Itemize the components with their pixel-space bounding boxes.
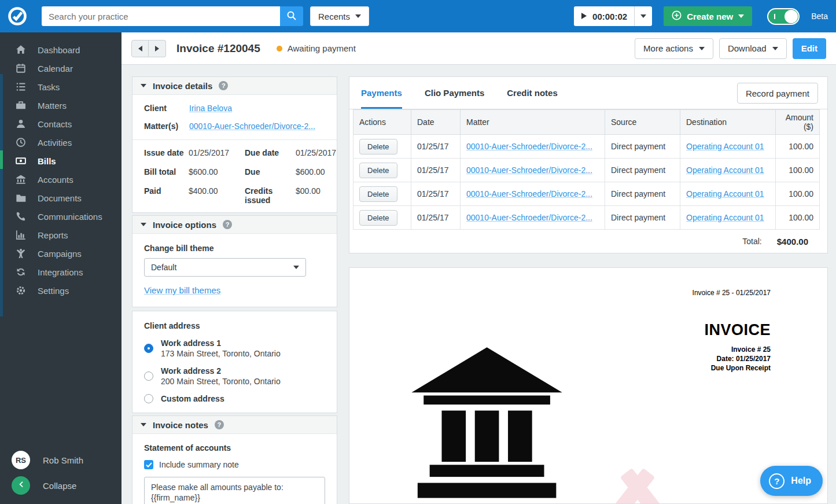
invoice-details-header[interactable]: Invoice details ? [132, 77, 337, 95]
client-link[interactable]: Irina Belova [189, 104, 232, 113]
sidebar-item-documents[interactable]: Documents [0, 189, 121, 207]
column-header-actions: Actions [353, 110, 411, 135]
payment-destination-link[interactable]: Operating Account 01 [686, 189, 764, 198]
sidebar-item-contacts[interactable]: Contacts [0, 115, 121, 133]
payment-matter-link[interactable]: 00010-Auer-Schroeder/Divorce-2... [466, 213, 592, 222]
sidebar-item-communications[interactable]: Communications [0, 207, 121, 226]
view-bill-themes-link[interactable]: View my bill themes [144, 285, 220, 295]
calendar-icon [16, 63, 26, 73]
payment-matter-link[interactable]: 00010-Auer-Schroeder/Divorce-2... [466, 165, 592, 175]
briefcase-icon [16, 100, 26, 111]
beta-label: Beta [811, 12, 828, 21]
divider [132, 139, 337, 140]
sidebar: Dashboard Calendar Tasks Matters Contact… [0, 32, 121, 504]
include-summary-note-option[interactable]: Include summary note [144, 460, 325, 469]
sidebar-item-label: Dashboard [38, 45, 80, 55]
delete-payment-button[interactable]: Delete [359, 186, 397, 202]
tab-credit-notes[interactable]: Credit notes [507, 77, 558, 109]
radio-unselected-icon[interactable] [144, 394, 153, 403]
bank-icon [16, 174, 26, 185]
search-button[interactable] [280, 6, 303, 26]
help-circle-icon[interactable]: ? [215, 420, 224, 429]
invoice-options-card: Invoice options ? Change bill theme Defa… [132, 215, 337, 307]
matter-link[interactable]: 00010-Auer-Schroeder/Divorce-2... [189, 122, 315, 131]
arrow-left-icon [138, 46, 142, 51]
record-payment-button[interactable]: Record payment [737, 83, 818, 104]
sidebar-item-campaigns[interactable]: Campaigns [0, 244, 121, 263]
client-address-card: Client address Work address 1 173 Main S… [132, 311, 337, 413]
payments-table-header-row: Actions Date Matter Source Destination A… [353, 110, 820, 135]
credits-issued-value: $00.00 [296, 186, 336, 205]
address-option-custom[interactable]: Custom address [144, 394, 325, 403]
avatar: RS [12, 451, 30, 469]
help-button[interactable]: ? Help [760, 466, 823, 496]
bill-theme-select[interactable]: Default [144, 258, 306, 277]
search-input[interactable] [42, 6, 280, 26]
help-circle-icon[interactable]: ? [219, 81, 228, 90]
download-button[interactable]: Download [719, 38, 787, 59]
sidebar-item-label: Matters [38, 101, 67, 111]
payment-destination-link[interactable]: Operating Account 01 [686, 213, 764, 222]
payment-matter-link[interactable]: 00010-Auer-Schroeder/Divorce-2... [466, 189, 592, 198]
preview-invoice-number: Invoice # 25 [693, 345, 771, 354]
invoice-options-header[interactable]: Invoice options ? [132, 216, 337, 234]
toggle-on-mark [774, 14, 775, 19]
sidebar-item-accounts[interactable]: Accounts [0, 170, 121, 189]
sidebar-item-integrations[interactable]: Integrations [0, 263, 121, 281]
sidebar-item-label: Campaigns [38, 249, 82, 259]
sidebar-item-calendar[interactable]: Calendar [0, 59, 121, 78]
collapse-caret-icon [141, 223, 146, 226]
active-item-indicator [0, 150, 3, 169]
tab-payments[interactable]: Payments [361, 77, 402, 109]
more-actions-button[interactable]: More actions [635, 38, 713, 59]
delete-payment-button[interactable]: Delete [359, 210, 397, 226]
payment-destination-link[interactable]: Operating Account 01 [686, 165, 764, 175]
timer-start-button[interactable]: 00:00:02 [574, 6, 635, 26]
sidebar-item-reports[interactable]: Reports [0, 226, 121, 244]
address-option-work1[interactable]: Work address 1 173 Main Street, Toronto,… [144, 339, 325, 358]
previous-record-button[interactable] [131, 40, 149, 57]
delete-payment-button[interactable]: Delete [359, 163, 397, 178]
next-record-button[interactable] [149, 40, 166, 57]
sidebar-item-activities[interactable]: Activities [0, 133, 121, 152]
payment-destination-link[interactable]: Operating Account 01 [686, 142, 764, 151]
address-option-work2[interactable]: Work address 2 200 Main Street, Toronto,… [144, 366, 325, 386]
sidebar-item-label: Bills [38, 156, 56, 166]
delete-payment-button[interactable]: Delete [359, 139, 397, 154]
credits-issued-label: Credits issued [245, 186, 296, 205]
sidebar-item-dashboard[interactable]: Dashboard [0, 41, 121, 59]
preview-invoice-due: Due Upon Receipt [693, 363, 771, 373]
recents-button[interactable]: Recents [310, 6, 369, 26]
invoice-notes-header[interactable]: Invoice notes ? [132, 416, 337, 434]
create-new-button[interactable]: Create new [664, 6, 752, 26]
sidebar-item-bills[interactable]: Bills [0, 152, 121, 170]
sidebar-item-label: Settings [38, 286, 69, 296]
task-list-icon [16, 82, 26, 92]
timer-dropdown-button[interactable] [635, 6, 652, 26]
address-option-label: Work address 2 [161, 366, 281, 376]
invoice-amounts-grid: Issue date 01/25/2017 Due date 01/25/201… [144, 148, 325, 205]
collapse-button[interactable]: Collapse [12, 476, 76, 495]
sidebar-item-settings[interactable]: Settings [0, 281, 121, 300]
checkbox-checked-icon[interactable] [144, 460, 153, 469]
column-header-destination: Destination [680, 110, 776, 135]
edit-button[interactable]: Edit [793, 38, 826, 59]
invoice-preview-card: Invoice # 25 - 01/25/2017 INVOICE Invoic… [349, 267, 828, 504]
payment-date: 01/25/17 [411, 159, 461, 182]
banknote-icon [16, 156, 26, 166]
help-circle-icon[interactable]: ? [223, 220, 232, 229]
radio-unselected-icon[interactable] [144, 371, 153, 381]
person-cheering-icon [16, 248, 26, 259]
tab-clio-payments[interactable]: Clio Payments [425, 77, 484, 109]
sidebar-item-label: Reports [38, 230, 68, 240]
payment-row: Delete 01/25/17 00010-Auer-Schroeder/Div… [353, 159, 820, 182]
user-menu[interactable]: RS Rob Smith [12, 451, 83, 469]
beta-toggle[interactable] [767, 8, 800, 25]
sidebar-item-matters[interactable]: Matters [0, 96, 121, 115]
summary-note-textarea[interactable]: Please make all amounts payable to: {{fi… [144, 477, 325, 504]
sidebar-item-tasks[interactable]: Tasks [0, 78, 121, 96]
section-title: Invoice details [153, 81, 212, 91]
radio-selected-icon[interactable] [144, 344, 153, 353]
clio-logo-icon[interactable] [7, 6, 28, 27]
payment-matter-link[interactable]: 00010-Auer-Schroeder/Divorce-2... [466, 142, 592, 151]
